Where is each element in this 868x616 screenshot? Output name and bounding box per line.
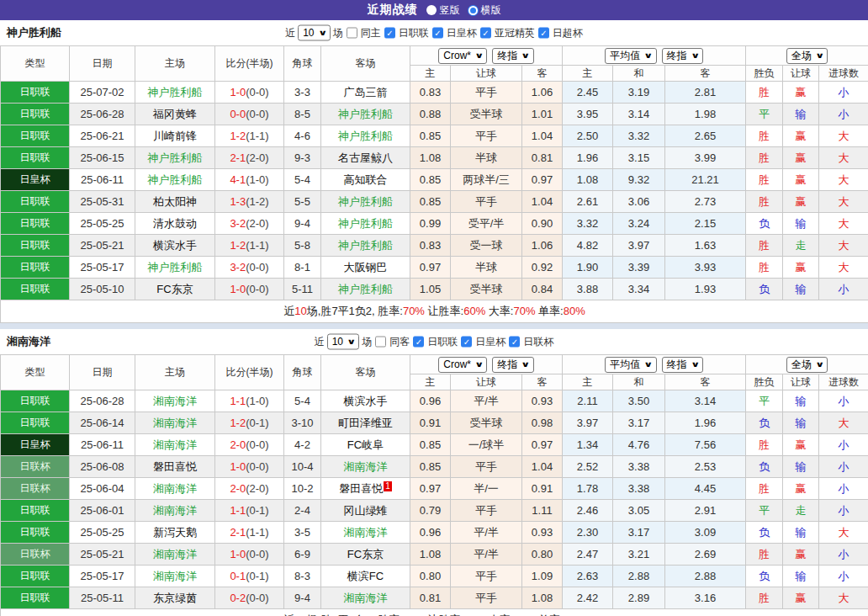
result-handicap: 赢 (783, 257, 819, 279)
avg-home-odds: 1.90 (563, 257, 613, 279)
avg-away-odds: 1.93 (665, 279, 746, 300)
header-group-0: Crow*∨终指∨ (410, 355, 563, 374)
match-date: 25-06-14 (70, 412, 135, 434)
halftime-score: (0-0) (246, 460, 268, 473)
handicap-away-odds: 0.91 (522, 478, 563, 500)
same-venue-label: 同客 (389, 335, 410, 349)
result-goals: 大 (819, 125, 868, 147)
group-select[interactable]: 终指∨ (492, 48, 533, 64)
score-cell: 3-2(0-0) (215, 257, 284, 279)
avg-draw-odds: 3.24 (613, 213, 665, 235)
sub-column-header: 胜负 (746, 374, 783, 390)
result-handicap: 赢 (783, 191, 819, 213)
group-select[interactable]: 终指∨ (662, 48, 703, 64)
fulltime-score: 2-1 (230, 151, 246, 164)
group-select[interactable]: Crow*∨ (438, 48, 487, 64)
match-date: 25-07-02 (70, 82, 135, 104)
league-type-badge: 日职联 (1, 104, 70, 125)
score-cell: 1-0(0-0) (215, 544, 284, 566)
match-date: 25-06-15 (70, 147, 135, 169)
column-header: 日期 (70, 46, 135, 82)
league-filter-checkbox[interactable]: ✓ (461, 337, 472, 348)
chevron-down-icon: ∨ (643, 358, 653, 371)
handicap-line: 受一球 (451, 235, 522, 257)
handicap-line: 平手 (451, 500, 522, 522)
match-date: 25-05-21 (70, 235, 135, 257)
group-select[interactable]: 终指∨ (662, 357, 703, 373)
handicap-home-odds: 0.96 (410, 522, 451, 544)
handicap-home-odds: 0.85 (410, 456, 451, 478)
avg-away-odds: 1.63 (665, 235, 746, 257)
group-select[interactable]: 全场∨ (786, 357, 828, 373)
column-header: 类型 (1, 46, 70, 82)
column-header: 比分(半场) (215, 46, 284, 82)
group-select[interactable]: 平均值∨ (605, 48, 656, 64)
league-type-badge: 日职联 (1, 566, 70, 587)
summary-text: 近10场,胜7平1负2, 胜率:70% 让胜率:60% 大率:70% 单率:80… (1, 300, 868, 323)
corner-count: 10-4 (284, 456, 321, 478)
result-outcome: 胜 (746, 147, 783, 169)
away-team-name: 湘南海洋 (321, 456, 410, 478)
recent-count-select[interactable]: 10∨ (298, 25, 331, 41)
chevron-down-icon: ∨ (347, 336, 356, 348)
score-cell: 4-1(1-0) (215, 169, 284, 191)
chevron-down-icon: ∨ (691, 50, 700, 62)
group-select[interactable]: 终指∨ (492, 357, 533, 373)
group-select[interactable]: 全场∨ (786, 48, 828, 64)
avg-away-odds: 3.09 (665, 522, 746, 544)
fulltime-score: 2-0 (230, 482, 246, 495)
match-row: 日职联25-05-21横滨水手1-2(1-1)5-8神户胜利船0.83受一球1.… (1, 235, 868, 257)
same-venue-checkbox[interactable] (375, 337, 386, 348)
page-title: 近期战绩 (368, 3, 418, 18)
league-type-badge: 日职联 (1, 390, 70, 412)
sub-column-header: 主 (410, 66, 451, 82)
match-date: 25-06-28 (70, 390, 135, 412)
chevron-down-icon: ∨ (643, 50, 653, 62)
fulltime-score: 1-0 (230, 283, 246, 295)
league-filter-checkbox[interactable]: ✓ (538, 28, 549, 39)
layout-radio-horizontal[interactable]: 横版 (468, 3, 501, 18)
result-outcome: 胜 (746, 169, 783, 191)
league-filter-label: 日联杯 (523, 335, 553, 349)
recent-count-select[interactable]: 10∨ (327, 334, 360, 350)
league-filter-checkbox[interactable]: ✓ (384, 28, 395, 39)
match-row: 日职联25-06-01湘南海洋1-1(0-1)2-4冈山绿雉0.79平手1.11… (1, 500, 868, 522)
chevron-down-icon: ∨ (474, 50, 484, 62)
league-filter-checkbox[interactable]: ✓ (480, 28, 491, 39)
same-venue-checkbox[interactable] (347, 28, 357, 39)
group-select-value: Crow* (443, 50, 471, 62)
header-group-1: 平均值∨终指∨ (563, 355, 746, 374)
column-header: 类型 (1, 355, 70, 390)
fulltime-score: 1-0 (230, 548, 246, 560)
layout-radio-vertical[interactable]: 竖版 (426, 3, 460, 18)
league-filter-checkbox[interactable]: ✓ (413, 337, 424, 348)
result-outcome: 平 (746, 104, 783, 125)
league-filter-checkbox[interactable]: ✓ (509, 337, 520, 348)
result-outcome: 负 (746, 412, 783, 434)
avg-home-odds: 1.08 (563, 169, 613, 191)
summary-segment: 单率: (535, 305, 563, 317)
league-filter-checkbox[interactable]: ✓ (432, 28, 443, 39)
corner-count: 4-2 (284, 434, 321, 456)
header-bar: 近期战绩 竖版 横版 (0, 0, 868, 20)
match-date: 25-06-11 (70, 169, 135, 191)
handicap-away-odds: 0.98 (522, 412, 563, 434)
match-row: 日职联25-06-28湘南海洋1-1(1-0)5-4横滨水手0.96平/半0.9… (1, 390, 868, 412)
group-select-value: 终指 (497, 50, 517, 62)
result-outcome: 胜 (746, 434, 783, 456)
fulltime-score: 1-0 (230, 86, 246, 98)
result-outcome: 胜 (746, 125, 783, 147)
away-team-name: 神户胜利船 (321, 279, 410, 300)
league-type-badge: 日皇杯 (1, 434, 70, 456)
group-select[interactable]: Crow*∨ (438, 357, 487, 373)
corner-count: 9-4 (284, 587, 321, 609)
matches-table: 类型日期主场比分(半场)角球客场Crow*∨终指∨平均值∨终指∨全场∨主让球客主… (0, 354, 868, 616)
sub-column-header: 让球 (451, 374, 522, 390)
league-type-badge: 日联杯 (1, 544, 70, 566)
result-goals: 大 (819, 412, 868, 434)
handicap-line: 半球 (451, 257, 522, 279)
avg-draw-odds: 3.14 (613, 104, 665, 125)
handicap-away-odds: 1.04 (522, 456, 563, 478)
group-select[interactable]: 平均值∨ (605, 357, 656, 373)
league-type-badge: 日职联 (1, 235, 70, 257)
